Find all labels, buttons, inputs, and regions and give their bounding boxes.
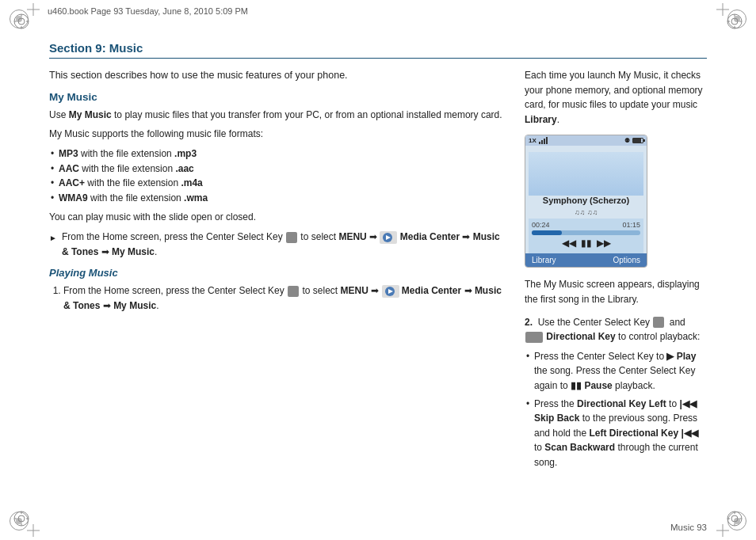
right-column: Each time you launch My Music, it checks… (525, 68, 707, 475)
signal-bars (539, 137, 548, 144)
and-text: and (670, 317, 685, 328)
playing-music-step1: From the Home screen, press the Center S… (63, 283, 509, 313)
phone-progress-area: 00:24 01:15 ◀◀ ▮▮ ▶▶ (529, 219, 643, 253)
slide-note: You can play music with the slide open o… (49, 210, 509, 225)
phone-sync-icon: ⚉ (624, 137, 630, 144)
playing-music-title: Playing Music (49, 267, 509, 279)
fast-forward-icon: ▶▶ (597, 238, 611, 249)
phone-time-elapsed: 00:24 (532, 221, 550, 229)
svg-point-9 (18, 18, 25, 25)
my-music-home-instruction: ► From the Home screen, press the Center… (49, 230, 509, 259)
svg-point-27 (731, 515, 738, 522)
phone-time-display: 00:24 01:15 (532, 221, 640, 229)
center-select-key-icon-3 (653, 317, 664, 328)
battery-fill (633, 139, 641, 143)
two-column-layout: This section describes how to use the mu… (49, 68, 707, 475)
battery-icon (632, 138, 643, 143)
format-wma9: WMA9 with the file extension .wma (49, 191, 509, 206)
phone-screenshot: 1X ⚉ (525, 135, 647, 268)
decorative-circle-tl (13, 13, 30, 30)
decorative-circle-tr (726, 13, 743, 30)
phone-options-label: Options (613, 256, 640, 264)
step2-bullet2: Press the Directional Key Left to |◀◀ Sk… (525, 397, 707, 470)
format-aacplus: AAC+ with the file extension .m4a (49, 176, 509, 191)
my-music-title: My Music (49, 91, 509, 103)
intro-text: This section describes how to use the mu… (49, 68, 509, 83)
directional-key-icon (525, 332, 543, 343)
format-list: MP3 with the file extension .mp3 AAC wit… (49, 146, 509, 205)
each-time-text: Each time you launch My Music, it checks… (525, 68, 707, 127)
my-music-instruction-text: From the Home screen, press the Center S… (62, 230, 509, 259)
playing-music-steps: From the Home screen, press the Center S… (49, 283, 509, 313)
step2-bullets: Press the Center Select Key to ▶ Play th… (525, 349, 707, 470)
media-center-icon (380, 231, 397, 244)
play-pause-icon: ▮▮ (581, 238, 592, 249)
phone-screen-body: Symphony (Scherzo) ♫♫ ♫♫ 00:24 01:15 ◀◀ … (525, 146, 647, 253)
phone-progress-bar (532, 230, 640, 235)
phone-signal-area: 1X (529, 137, 548, 144)
arrow-bullet-icon: ► (49, 232, 57, 245)
formats-intro: My Music supports the following music fi… (49, 127, 509, 142)
center-select-key-icon (286, 232, 297, 243)
step2-bullet1: Press the Center Select Key to ▶ Play th… (525, 349, 707, 394)
decorative-circle-br (726, 510, 743, 527)
phone-song-title: Symphony (Scherzo) (543, 196, 629, 205)
phone-controls: ◀◀ ▮▮ ▶▶ (532, 238, 640, 249)
svg-point-21 (18, 515, 25, 522)
phone-signal-text: 1X (529, 137, 536, 144)
phone-bottom-bar: Library Options (525, 253, 647, 267)
section-title: Section 9: Music (49, 41, 707, 59)
decorative-circle-bl (13, 510, 30, 527)
rewind-icon: ◀◀ (562, 238, 576, 249)
format-aac: AAC with the file extension .aac (49, 162, 509, 177)
phone-progress-fill (532, 230, 562, 235)
step2-heading: 2. Use the Center Select Key and Directi… (525, 315, 707, 344)
phone-time-total: 01:15 (622, 221, 640, 229)
media-center-icon-2 (382, 285, 399, 298)
book-info-text: u460.book Page 93 Tuesday, June 8, 2010 … (48, 6, 248, 16)
phone-album-art-area (529, 152, 643, 196)
step2-area: 2. Use the Center Select Key and Directi… (525, 315, 707, 470)
phone-battery-area: ⚉ (624, 137, 643, 144)
phone-track-info: ♫♫ ♫♫ (575, 208, 598, 216)
book-info-bar: u460.book Page 93 Tuesday, June 8, 2010 … (48, 6, 708, 16)
phone-status-bar: 1X ⚉ (525, 135, 647, 146)
page-content: Section 9: Music This section describes … (49, 41, 707, 507)
format-mp3: MP3 with the file extension .mp3 (49, 146, 509, 162)
page-number: Music 93 (670, 523, 707, 532)
svg-point-15 (731, 18, 738, 25)
left-column: This section describes how to use the mu… (49, 68, 509, 475)
center-select-key-icon-2 (288, 286, 299, 297)
phone-library-label: Library (532, 256, 556, 264)
my-music-description: Use My Music to play music files that yo… (49, 108, 509, 123)
screen-appears-text: The My Music screen appears, displaying … (525, 277, 707, 306)
